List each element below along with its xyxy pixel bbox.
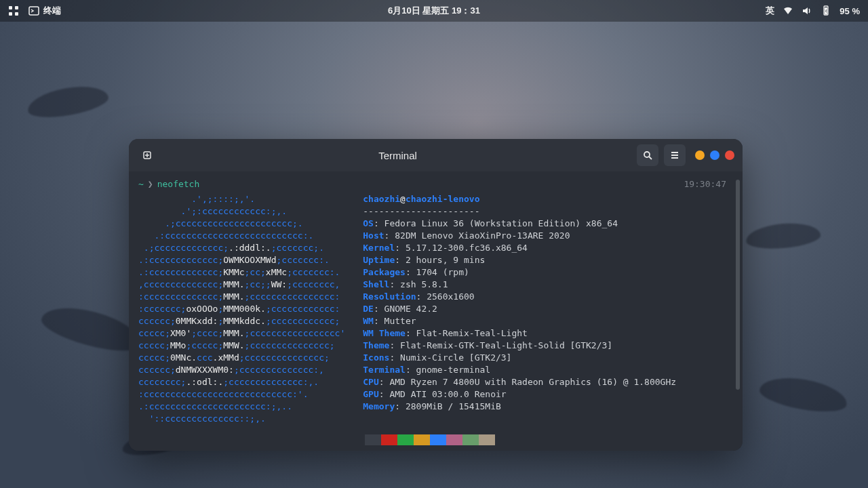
svg-point-8 xyxy=(644,152,650,157)
color-palette xyxy=(365,434,733,451)
neofetch-row: OS: Fedora Linux 36 (Workstation Edition… xyxy=(363,218,676,230)
terminal-body[interactable]: ~ ❯ neofetch 19:30:47 .',;::::;,'. .';:c… xyxy=(129,171,743,451)
neofetch-row: Resolution: 2560x1600 xyxy=(363,291,676,303)
ime-indicator[interactable]: 英 xyxy=(766,5,774,17)
neofetch-row: Icons: Numix-Circle [GTK2/3] xyxy=(363,352,676,364)
neofetch-row: CPU: AMD Ryzen 7 4800U with Radeon Graph… xyxy=(363,376,676,388)
window-controls xyxy=(695,150,734,160)
titlebar: Terminal xyxy=(129,139,743,171)
prompt-command: neofetch xyxy=(157,178,200,190)
active-app[interactable]: 终端 xyxy=(28,5,61,17)
neofetch-row: GPU: AMD ATI 03:00.0 Renoir xyxy=(363,388,676,401)
wifi-icon[interactable] xyxy=(783,5,793,16)
new-tab-button[interactable] xyxy=(137,144,159,166)
menu-button[interactable] xyxy=(664,144,686,166)
scrollbar[interactable] xyxy=(736,180,740,390)
clock[interactable]: 6月10日 星期五 19：31 xyxy=(388,5,480,17)
neofetch-row: Theme: Flat-Remix-GTK-Teal-Light-Solid [… xyxy=(363,340,676,352)
neofetch-ascii: .',;::::;,'. .';:cccccccccccc:;,. .;cccc… xyxy=(138,193,345,425)
svg-rect-2 xyxy=(9,12,12,16)
prompt-timestamp: 19:30:47 xyxy=(684,178,726,190)
window-title: Terminal xyxy=(164,150,631,161)
active-app-name: 终端 xyxy=(43,5,61,17)
prompt-arrow: ❯ xyxy=(148,178,153,190)
neofetch-user-host: chaozhi@chaozhi-lenovo xyxy=(363,193,676,205)
neofetch-row: Terminal: gnome-terminal xyxy=(363,364,676,376)
top-bar: 终端 6月10日 星期五 19：31 英 95 % xyxy=(0,0,868,22)
prompt-cwd: ~ xyxy=(138,178,144,190)
neofetch-separator: ---------------------- xyxy=(363,205,676,218)
neofetch-row: WM: Mutter xyxy=(363,315,676,327)
svg-rect-3 xyxy=(15,12,18,16)
volume-icon[interactable] xyxy=(802,5,812,16)
neofetch-row: Uptime: 2 hours, 9 mins xyxy=(363,254,676,266)
neofetch-row: Host: 82DM Lenovo XiaoXinPro-13ARE 2020 xyxy=(363,230,676,242)
minimize-button[interactable] xyxy=(695,150,705,160)
neofetch-row: Kernel: 5.17.12-300.fc36.x86_64 xyxy=(363,242,676,254)
neofetch-row: DE: GNOME 42.2 xyxy=(363,303,676,315)
neofetch-row: Shell: zsh 5.8.1 xyxy=(363,279,676,291)
terminal-window: Terminal ~ ❯ neofetch 19:30:47 .',;::::;… xyxy=(129,139,743,451)
svg-rect-1 xyxy=(15,6,18,9)
battery-percent: 95 % xyxy=(840,6,860,16)
activities-icon[interactable] xyxy=(8,5,19,16)
maximize-button[interactable] xyxy=(710,150,719,160)
svg-rect-0 xyxy=(9,6,12,9)
prompt-line: ~ ❯ neofetch xyxy=(138,178,733,190)
neofetch-row: WM Theme: Flat-Remix-Teal-Light xyxy=(363,327,676,340)
neofetch-info: chaozhi@chaozhi-lenovo------------------… xyxy=(363,193,676,425)
battery-icon[interactable] xyxy=(821,5,831,16)
close-button[interactable] xyxy=(725,150,734,160)
neofetch-row: Memory: 2809MiB / 15415MiB xyxy=(363,401,676,413)
neofetch-row: Packages: 1704 (rpm) xyxy=(363,266,676,279)
search-button[interactable] xyxy=(637,144,658,166)
